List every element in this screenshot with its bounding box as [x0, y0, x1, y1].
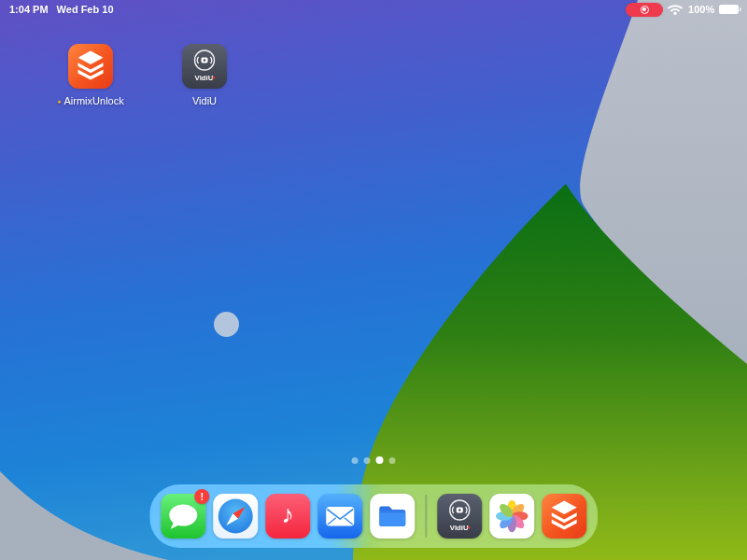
airmix-layers-icon	[542, 494, 586, 539]
photos-pinwheel-icon	[489, 494, 534, 539]
dock-app-photos[interactable]	[489, 494, 534, 539]
screen-recording-indicator[interactable]	[626, 3, 663, 17]
page-dot[interactable]	[389, 457, 396, 464]
airmix-layers-icon[interactable]	[68, 44, 113, 89]
app-label-vidiu: VidiU	[160, 95, 249, 106]
dock-app-airmix[interactable]	[542, 494, 586, 539]
dock-app-files[interactable]	[370, 494, 415, 539]
vidiu-broadcast-icon: VidiU	[437, 494, 482, 539]
page-dots[interactable]	[352, 456, 396, 464]
svg-text:VidiU: VidiU	[449, 524, 468, 532]
status-bar: 1:04 PM Wed Feb 10 100%	[0, 0, 747, 19]
dock-app-messages[interactable]: !	[161, 494, 205, 539]
status-date: Wed Feb 10	[57, 4, 114, 15]
app-airmix-unlock[interactable]: ● AirmixUnlock	[46, 44, 135, 106]
notification-badge: !	[194, 489, 209, 504]
record-icon	[641, 6, 649, 14]
new-app-dot-icon: ●	[57, 98, 61, 105]
page-dot[interactable]	[364, 457, 371, 464]
page-dot[interactable]	[352, 457, 359, 464]
app-vidiu[interactable]: VidiU VidiU	[160, 44, 249, 106]
dock-app-safari[interactable]	[213, 494, 258, 539]
safari-compass-icon	[213, 494, 258, 539]
dock-app-vidiu[interactable]: VidiU	[437, 494, 482, 539]
dock: ! ♪	[149, 484, 598, 548]
vidiu-broadcast-icon[interactable]: VidiU	[182, 44, 227, 89]
wifi-icon	[668, 4, 683, 15]
ipad-home-screen: 1:04 PM Wed Feb 10 100%	[0, 0, 747, 560]
dock-app-mail[interactable]	[317, 494, 362, 539]
music-note-icon: ♪	[265, 494, 310, 539]
app-label-airmix-unlock: ● AirmixUnlock	[46, 95, 135, 106]
files-folder-icon	[370, 494, 415, 539]
status-time: 1:04 PM	[9, 4, 49, 15]
mail-envelope-icon	[317, 494, 362, 539]
dock-app-music[interactable]: ♪	[265, 494, 310, 539]
svg-text:VidiU: VidiU	[195, 74, 214, 82]
touch-indicator	[214, 312, 239, 337]
battery-icon	[719, 5, 741, 14]
battery-percent: 100%	[688, 4, 714, 15]
page-dot-active[interactable]	[376, 456, 384, 464]
dock-divider	[425, 495, 427, 538]
